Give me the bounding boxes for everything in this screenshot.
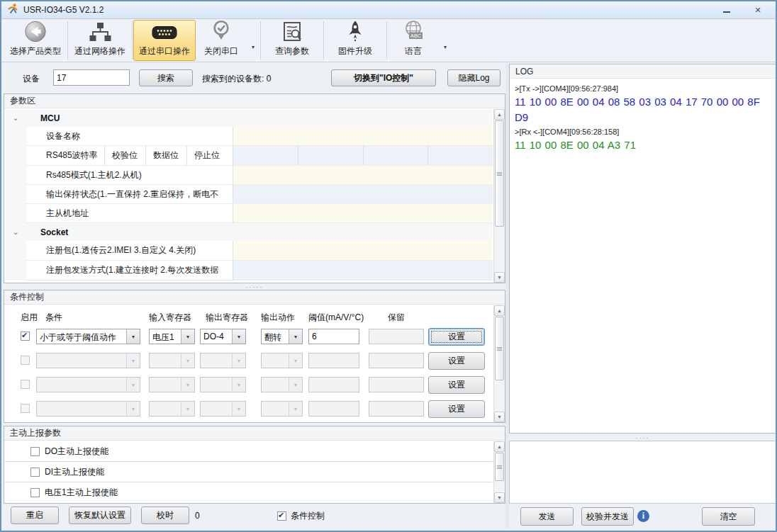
- restart-button[interactable]: 重启: [11, 506, 59, 524]
- network-icon: [88, 21, 112, 43]
- output-register-select[interactable]: ▾: [200, 353, 246, 368]
- collapse-chevron-icon[interactable]: ⌄: [12, 228, 18, 236]
- input-register-select[interactable]: ▾: [149, 401, 195, 417]
- scroll-up-icon[interactable]: ▲: [494, 109, 505, 120]
- scroll-down-icon[interactable]: ▼: [494, 272, 505, 283]
- globe-abc-icon: ABC: [400, 19, 427, 43]
- search-button[interactable]: 搜索: [139, 69, 193, 86]
- enable-checkbox[interactable]: [21, 332, 30, 341]
- voltage1-report-checkbox[interactable]: [30, 488, 40, 497]
- set-button[interactable]: 设置: [428, 376, 485, 394]
- condition-select[interactable]: ▾: [36, 401, 140, 417]
- reserved-input[interactable]: [369, 377, 424, 392]
- output-action-select[interactable]: ▾: [261, 401, 303, 417]
- close-button[interactable]: ✕: [750, 4, 766, 16]
- scroll-down-icon[interactable]: ▼: [494, 412, 505, 422]
- param-value-cell[interactable]: [233, 241, 493, 261]
- hide-log-button[interactable]: 隐藏Log: [447, 69, 501, 86]
- reserved-input[interactable]: [369, 329, 424, 344]
- scroll-up-icon[interactable]: ▲: [494, 305, 505, 316]
- condition-select[interactable]: ▾: [36, 353, 140, 368]
- clear-button[interactable]: 清空: [702, 507, 755, 526]
- query-params-button[interactable]: 查询参数: [262, 20, 323, 61]
- scroll-down-icon[interactable]: ▼: [494, 492, 505, 503]
- window-title: USR-IO34-G5 V2.1.2: [23, 5, 104, 15]
- output-register-select[interactable]: ▾: [200, 401, 246, 417]
- condition-select[interactable]: 小于或等于阈值动作▾: [36, 329, 140, 344]
- condition-row-3: ▾ ▾ ▾ ▾ 设置: [5, 373, 493, 397]
- condition-scrollbar[interactable]: ▲ ▼: [493, 305, 505, 422]
- set-button[interactable]: 设置: [428, 328, 485, 346]
- info-icon[interactable]: i: [637, 510, 649, 522]
- chevron-down-icon: ▾: [232, 402, 245, 416]
- log-output[interactable]: >[Tx ->][COM4][09:56:27:984] 11 10 00 8E…: [510, 79, 775, 432]
- send-action-bar: 发送 校验并发送 i 清空: [509, 506, 776, 526]
- do-report-checkbox[interactable]: [30, 447, 40, 456]
- output-action-select[interactable]: ▾: [261, 353, 303, 368]
- reserved-input[interactable]: [369, 401, 424, 417]
- send-button[interactable]: 发送: [520, 507, 574, 526]
- param-value-cell[interactable]: [233, 166, 493, 185]
- minimize-button[interactable]: [719, 4, 734, 16]
- toolbar: 选择产品类型 通过网络操作: [1, 19, 776, 62]
- condition-select[interactable]: ▾: [36, 377, 140, 392]
- switch-to-io-control-button[interactable]: 切换到"IO控制": [331, 69, 436, 86]
- log-splitter-handle[interactable]: ····: [509, 434, 776, 441]
- close-serial-dropdown-arrow-icon[interactable]: ▾: [247, 19, 259, 62]
- device-input[interactable]: [53, 69, 130, 86]
- collapse-chevron-icon[interactable]: ⌄: [12, 114, 18, 122]
- output-register-select[interactable]: DO-4▾: [200, 329, 246, 344]
- set-button[interactable]: 设置: [428, 400, 485, 418]
- enable-checkbox[interactable]: [21, 404, 30, 413]
- param-row-device-name: 设备名称: [5, 127, 493, 146]
- app-logo-icon: [7, 3, 18, 17]
- log-rx-hex: 11 10 00 8E 00 04 A3 71: [515, 137, 771, 153]
- threshold-input[interactable]: [308, 329, 359, 344]
- input-register-select[interactable]: ▾: [149, 353, 195, 368]
- input-register-select[interactable]: ▾: [149, 377, 195, 392]
- operate-via-serial-button[interactable]: 通过串口操作: [133, 20, 196, 61]
- toolbar-separator: [132, 21, 133, 60]
- threshold-input[interactable]: [308, 401, 359, 417]
- language-dropdown-arrow-icon[interactable]: ▾: [439, 19, 452, 62]
- input-register-select[interactable]: 电压1▾: [149, 329, 195, 344]
- enable-checkbox[interactable]: [21, 380, 30, 389]
- chevron-down-icon: ▾: [126, 329, 140, 344]
- di-report-checkbox[interactable]: [30, 468, 40, 477]
- close-serial-button[interactable]: 关闭串口: [196, 20, 247, 61]
- threshold-input[interactable]: [308, 377, 359, 392]
- param-value-cell[interactable]: [233, 146, 493, 166]
- send-data-input[interactable]: [509, 441, 776, 504]
- verify-and-send-button[interactable]: 校验并发送: [581, 507, 634, 526]
- language-button[interactable]: ABC 语言: [388, 20, 439, 61]
- operate-via-network-button[interactable]: 通过网络操作: [69, 20, 131, 61]
- set-button[interactable]: 设置: [428, 352, 485, 370]
- condition-control-checkbox[interactable]: [277, 511, 286, 521]
- output-action-select[interactable]: ▾: [261, 377, 303, 392]
- time-sync-button[interactable]: 校时: [141, 506, 189, 524]
- param-value-cell[interactable]: [233, 261, 493, 281]
- enable-checkbox[interactable]: [21, 356, 30, 365]
- svg-text:ABC: ABC: [410, 33, 421, 39]
- chevron-down-icon: ▾: [232, 353, 245, 368]
- param-value-cell[interactable]: [233, 185, 493, 204]
- scroll-up-icon[interactable]: ▲: [494, 441, 505, 452]
- condition-table: 启用 条件 输入寄存器 输出寄存器 输出动作 阈值(mA/V/°C) 保留 小于…: [5, 305, 493, 421]
- output-register-select[interactable]: ▾: [200, 377, 246, 392]
- param-value-cell[interactable]: [233, 204, 493, 223]
- col-header-threshold: 阈值(mA/V/°C): [308, 312, 364, 324]
- tree-group-socket[interactable]: ⌄ Socket: [5, 223, 493, 241]
- param-row-rs485-serial: RS485波特率校验位数据位停止位: [5, 146, 493, 166]
- reserved-input[interactable]: [369, 353, 424, 368]
- params-scrollbar[interactable]: ▲ ▼: [493, 109, 505, 283]
- tree-group-mcu[interactable]: ⌄ MCU: [5, 109, 493, 127]
- report-scrollbar[interactable]: ▲ ▼: [493, 441, 505, 503]
- threshold-input[interactable]: [308, 353, 359, 368]
- chevron-down-icon: ▾: [232, 329, 245, 344]
- output-action-select[interactable]: 翻转▾: [261, 329, 303, 344]
- restore-defaults-button[interactable]: 恢复默认设置: [69, 506, 131, 524]
- param-value-cell[interactable]: [233, 127, 493, 146]
- select-product-type-button[interactable]: 选择产品类型: [4, 20, 67, 61]
- firmware-upgrade-button[interactable]: 固件升级: [325, 20, 386, 61]
- panel-splitter-handle[interactable]: ·····: [4, 283, 505, 290]
